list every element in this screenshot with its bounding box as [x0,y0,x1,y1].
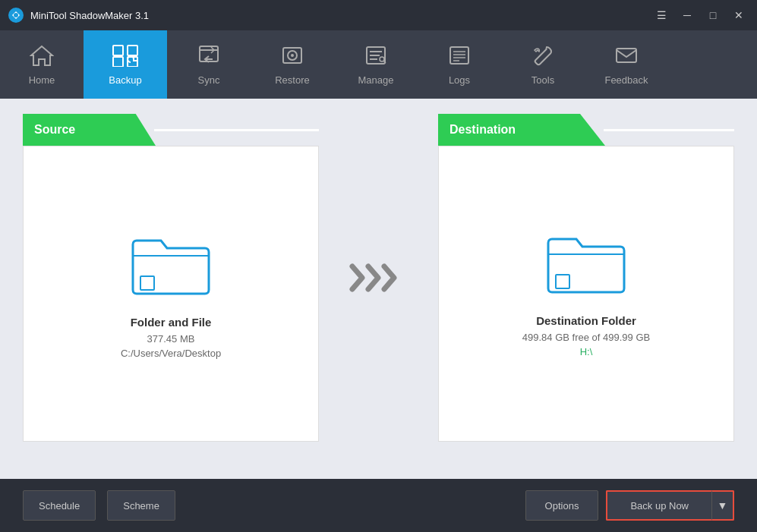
destination-header-bg: Destination [438,114,605,146]
nav-item-logs[interactable]: Logs [418,30,501,99]
source-card-header: Source [23,114,319,146]
bottom-bar: Schedule Scheme Options Back up Now ▼ [0,479,757,532]
source-card-title: Folder and File [131,316,212,329]
restore-label: Restore [275,74,310,86]
svg-rect-15 [556,275,569,288]
app-title: MiniTool ShadowMaker 3.1 [30,10,149,21]
title-bar: MiniTool ShadowMaker 3.1 ☰ ─ □ ✕ [0,0,757,30]
svg-point-1 [14,13,18,17]
nav-item-restore[interactable]: Restore [251,30,334,99]
source-header-label: Source [34,123,75,137]
manage-icon [364,44,387,70]
destination-header-label: Destination [449,123,516,137]
destination-folder-icon [544,228,628,299]
close-button[interactable]: ✕ [728,8,749,23]
backup-label: Backup [109,74,141,86]
nav-item-sync[interactable]: Sync [167,30,251,99]
svg-rect-4 [113,57,123,67]
sync-label: Sync [198,74,220,86]
svg-rect-13 [617,49,636,62]
bottom-left: Schedule Scheme [23,490,175,521]
svg-rect-3 [128,46,137,55]
nav-item-tools[interactable]: Tools [501,30,585,99]
source-header-bg: Source [23,114,156,146]
menu-button[interactable]: ☰ [651,8,672,23]
svg-point-9 [291,54,294,57]
title-controls: ☰ ─ □ ✕ [651,8,749,23]
svg-rect-14 [140,276,154,290]
tools-icon [531,44,554,70]
app-logo-icon [8,7,24,24]
home-icon [30,44,54,70]
backup-icon [112,44,139,70]
home-label: Home [29,74,55,86]
backup-now-button[interactable]: Back up Now [606,490,711,521]
bottom-right: Options Back up Now ▼ [525,490,734,521]
arrow-area [319,114,438,442]
tools-label: Tools [531,74,554,86]
destination-card-wrapper: Destination Destination Folder 499.84 GB… [438,114,734,442]
destination-card-header: Destination [438,114,734,146]
logs-icon [448,44,471,70]
scheme-button[interactable]: Scheme [107,490,175,521]
restore-icon [281,44,304,70]
source-card-size: 377.45 MB [147,333,195,345]
feedback-icon [615,44,638,70]
sync-icon [197,44,220,70]
nav-item-home[interactable]: Home [0,30,84,99]
nav-bar: Home Backup Sync [0,30,757,99]
nav-item-feedback[interactable]: Feedback [585,30,668,99]
source-folder-icon [129,229,213,301]
nav-item-backup[interactable]: Backup [84,30,167,99]
minimize-button[interactable]: ─ [677,8,698,23]
destination-card-title: Destination Folder [536,314,636,327]
title-left: MiniTool ShadowMaker 3.1 [8,7,149,24]
destination-card-body[interactable]: Destination Folder 499.84 GB free of 499… [438,146,734,442]
main-content: Source Folder and File 377.45 MB C:/User… [0,99,757,479]
forward-arrows-icon [349,259,409,297]
source-card-wrapper: Source Folder and File 377.45 MB C:/User… [23,114,319,442]
manage-label: Manage [358,74,394,86]
options-button[interactable]: Options [525,490,599,521]
backup-now-dropdown-button[interactable]: ▼ [711,490,734,521]
source-card-path: C:/Users/Vera/Desktop [121,348,221,359]
schedule-button[interactable]: Schedule [23,490,96,521]
destination-card-path: H:\ [580,346,593,357]
maximize-button[interactable]: □ [702,8,724,23]
feedback-label: Feedback [604,74,648,86]
svg-rect-2 [113,46,123,55]
destination-header-line [604,129,734,131]
destination-card-size: 499.84 GB free of 499.99 GB [522,332,650,343]
source-header-line [154,129,319,131]
logs-label: Logs [449,74,470,86]
nav-item-manage[interactable]: Manage [334,30,418,99]
source-card-body[interactable]: Folder and File 377.45 MB C:/Users/Vera/… [23,146,319,442]
